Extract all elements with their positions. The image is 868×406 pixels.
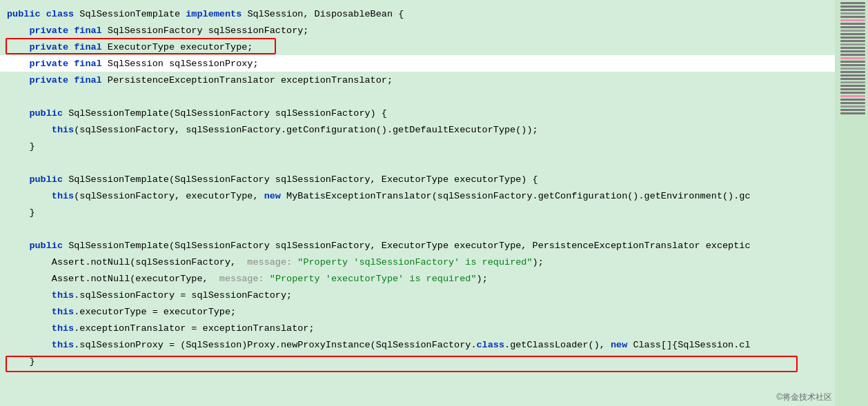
keyword-public: public xyxy=(29,174,68,185)
message-string-2: "Property 'executorType' is required" xyxy=(270,274,477,284)
code-line-4: private final SqlSession sqlSessionProxy… xyxy=(0,55,835,72)
scroll-mark xyxy=(840,47,865,49)
code-indent xyxy=(7,241,29,251)
scroll-mark xyxy=(840,88,865,90)
scroll-mark-pink xyxy=(840,19,865,21)
scroll-mark xyxy=(840,109,865,111)
code-line-9: } xyxy=(0,138,835,154)
code-indent xyxy=(7,125,52,135)
scroll-mark xyxy=(840,71,865,73)
keyword-implements: implements xyxy=(186,9,247,19)
scroll-mark xyxy=(840,81,865,83)
scroll-mark xyxy=(840,112,865,114)
code-indent xyxy=(7,323,52,334)
code-text: SqlSession sqlSessionProxy; xyxy=(108,59,259,69)
code-line-22: } xyxy=(0,353,835,369)
code-line-blank-1 xyxy=(0,88,835,105)
keyword-this: this xyxy=(52,340,74,350)
keyword-new-2: new xyxy=(611,340,633,350)
scroll-mark xyxy=(840,99,865,101)
keyword-private: private xyxy=(29,26,74,36)
keyword-final: final xyxy=(74,42,108,52)
scroll-mark xyxy=(840,23,865,25)
code-indent xyxy=(7,307,52,317)
scroll-mark xyxy=(840,102,865,104)
scroll-mark xyxy=(840,30,865,32)
scroll-mark xyxy=(840,85,865,87)
keyword-new: new xyxy=(264,191,286,201)
code-text: .exceptionTranslator = exceptionTranslat… xyxy=(74,323,314,334)
code-text: SqlSessionTemplate(SqlSessionFactory sql… xyxy=(68,241,750,251)
code-line-13: } xyxy=(0,204,835,221)
code-text: Class[]{SqlSession.cl xyxy=(633,340,750,350)
keyword-private: private xyxy=(29,59,74,69)
code-area: public class SqlSessionTemplate implemen… xyxy=(0,0,835,406)
code-line-21: this.sqlSessionProxy = (SqlSession)Proxy… xyxy=(0,336,835,353)
code-line-5: private final PersistenceExceptionTransl… xyxy=(0,72,835,88)
keyword-this: this xyxy=(52,191,74,201)
code-indent xyxy=(7,257,52,267)
scroll-mark xyxy=(840,43,865,45)
code-line-2: private final SqlSessionFactory sqlSessi… xyxy=(0,22,835,39)
code-indent xyxy=(7,174,29,185)
code-text: ); xyxy=(477,274,488,284)
code-text: } xyxy=(29,356,34,367)
code-line-17: Assert.notNull(executorType, message: "P… xyxy=(0,270,835,287)
keyword-this: this xyxy=(52,307,74,317)
keyword-this: this xyxy=(52,323,74,334)
code-text: SqlSessionTemplate(SqlSessionFactory sql… xyxy=(68,108,387,119)
code-text: SqlSessionFactory sqlSessionFactory; xyxy=(108,26,309,36)
scroll-mark xyxy=(840,2,865,4)
message-string-1: "Property 'sqlSessionFactory' is require… xyxy=(297,257,532,267)
code-text: ExecutorType executorType; xyxy=(108,42,253,52)
watermark: ©将金技术社区 xyxy=(776,392,832,403)
scroll-mark xyxy=(840,61,865,63)
keyword-final: final xyxy=(74,75,108,85)
scroll-mark xyxy=(840,37,865,39)
code-indent xyxy=(7,207,29,218)
scroll-mark xyxy=(840,64,865,66)
code-line-18: this.sqlSessionFactory = sqlSessionFacto… xyxy=(0,287,835,303)
code-indent xyxy=(7,141,29,152)
scroll-mark xyxy=(840,26,865,28)
code-line-1: public class SqlSessionTemplate implemen… xyxy=(0,6,835,22)
scroll-mark xyxy=(840,12,865,14)
keyword-final: final xyxy=(74,26,108,36)
code-indent xyxy=(7,356,29,367)
keyword-final: final xyxy=(74,59,108,69)
code-text: PersistenceExceptionTranslator exception… xyxy=(108,75,393,85)
scroll-mark xyxy=(840,33,865,35)
code-indent xyxy=(7,340,52,350)
code-text: ); xyxy=(533,257,544,267)
code-line-8: this(sqlSessionFactory, sqlSessionFactor… xyxy=(0,121,835,138)
code-line-12: this(sqlSessionFactory, executorType, ne… xyxy=(0,187,835,204)
code-indent xyxy=(7,26,29,36)
code-text: } xyxy=(29,141,34,152)
scroll-mark xyxy=(840,68,865,70)
message-hint-1: message: xyxy=(247,257,297,267)
code-line-blank-2 xyxy=(0,154,835,171)
code-indent xyxy=(7,59,29,69)
keyword-public: public xyxy=(7,9,46,19)
scroll-mark-pink xyxy=(840,95,865,97)
keyword-class: class xyxy=(46,9,80,19)
code-line-19: this.executorType = executorType; xyxy=(0,303,835,320)
scroll-mark xyxy=(840,9,865,11)
code-text: Assert.notNull(sqlSessionFactory, xyxy=(52,257,248,267)
scroll-mark xyxy=(840,105,865,108)
code-indent xyxy=(7,42,29,52)
scroll-mark xyxy=(840,50,865,52)
code-indent xyxy=(7,274,52,284)
code-text: } xyxy=(29,207,34,218)
keyword-class-2: class xyxy=(477,340,505,350)
code-text: MyBatisExceptionTranslator(sqlSessionFac… xyxy=(286,191,750,201)
code-line-16: Assert.notNull(sqlSessionFactory, messag… xyxy=(0,254,835,270)
code-line-15: public SqlSessionTemplate(SqlSessionFact… xyxy=(0,237,835,254)
scroll-mark xyxy=(840,40,865,42)
scrollbar-minimap[interactable] xyxy=(835,0,868,406)
code-line-3: private final ExecutorType executorType; xyxy=(0,39,835,55)
code-text: SqlSessionTemplate(SqlSessionFactory sql… xyxy=(68,174,538,185)
code-text: (sqlSessionFactory, sqlSessionFactory.ge… xyxy=(74,125,537,135)
code-text: .sqlSessionFactory = sqlSessionFactory; xyxy=(74,290,292,301)
code-indent xyxy=(7,290,52,301)
